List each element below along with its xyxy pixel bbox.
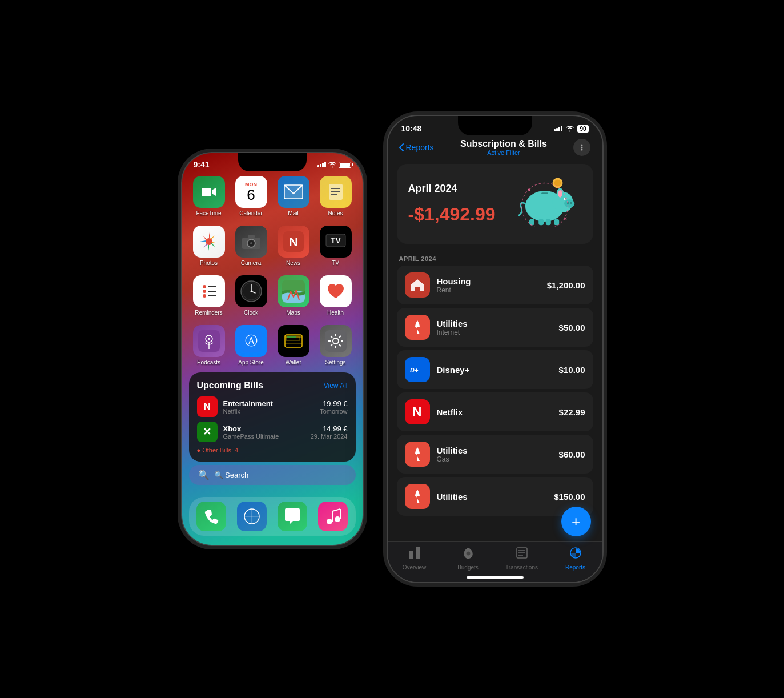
app-maps[interactable]: Maps [276,275,311,316]
tab-transactions[interactable]: Transactions [495,547,549,571]
dock-messages-icon [278,502,307,531]
nav-back-button[interactable]: Reports [399,143,434,152]
txn-icon-utilities3 [405,484,430,509]
tab-transactions-icon [516,547,528,563]
app-reminders[interactable]: Reminders [191,275,227,316]
app-news[interactable]: N News [276,226,311,266]
search-bar[interactable]: 🔍 🔍 Search [189,465,356,485]
txn-housing[interactable]: Housing Rent $1,200.00 [397,266,593,304]
app-icon-photos [193,226,225,258]
app-calendar[interactable]: MON 6 Calendar [234,176,269,216]
signal-icon [317,162,326,167]
txn-utilities-last[interactable]: Utilities $150.00 [397,477,593,516]
app-icon-appstore: Ⓐ [235,325,267,357]
app-appstore[interactable]: Ⓐ App Store [234,325,269,366]
svg-line-63 [332,509,340,511]
app-clock[interactable]: Clock [234,275,269,316]
txn-amount-housing: $1,200.00 [547,280,585,290]
tab-budgets[interactable]: Budgets [441,547,495,571]
app-grid-row4: Podcasts Ⓐ App Store Wallet Settings [182,320,363,370]
svg-text:Ⓐ: Ⓐ [245,334,258,348]
txn-amount-netflix: $22.99 [559,407,585,417]
summary-left: April 2024 -$1,492.99 [408,183,496,225]
svg-point-65 [581,147,583,149]
app-label-reminders: Reminders [195,310,222,316]
app-photos[interactable]: Photos [191,226,227,266]
app-icon-tv: TV [320,226,352,258]
svg-rect-44 [325,330,347,352]
svg-point-14 [250,242,252,244]
widget-item-right-0: 19,99 € Tomorrow [320,399,347,415]
widget-title: Upcoming Bills [197,380,263,391]
txn-icon-netflix: N [405,399,430,424]
widget-view-all[interactable]: View All [324,382,348,390]
app-facetime[interactable]: FaceTime [191,176,227,216]
dock-messages[interactable] [275,502,311,531]
app-camera[interactable]: Camera [234,226,269,266]
tab-reports[interactable]: Reports [549,547,602,571]
svg-point-35 [208,338,210,340]
nav-menu-button[interactable] [573,139,590,156]
svg-point-24 [203,294,206,298]
svg-point-60 [335,516,340,522]
app-settings[interactable]: Settings [318,325,353,366]
tab-overview-icon [408,547,421,563]
app-label-maps: Maps [286,310,300,316]
svg-point-75 [570,202,572,204]
app-label-clock: Clock [244,310,258,316]
app-tv[interactable]: TV TV [318,226,353,266]
app-icon-camera [235,226,267,258]
txn-utilities-gas[interactable]: Utilities Gas $60.00 [397,435,593,474]
status-time-left: 9:41 [194,160,210,169]
dock-music-icon [318,502,348,531]
txn-amount-utilities-last: $150.00 [554,492,585,502]
nav-title: Subscription & Bills Active Filter [460,139,547,156]
home-indicator [467,576,524,579]
app-label-mail: Mail [288,210,298,216]
widget-item-1[interactable]: ✕ Xbox GamePass Ultimate 14,99 € 29. Mar… [197,422,348,442]
app-icon-settings [320,325,352,357]
wifi-icon-right [566,126,574,132]
txn-amount-disney: $10.00 [559,365,585,375]
app-podcasts[interactable]: Podcasts [191,325,227,366]
txn-disney[interactable]: D+ Disney+ $10.00 [397,350,593,389]
search-label: 🔍 Search [214,471,249,479]
app-label-health: Health [327,310,344,316]
tab-overview-label: Overview [403,564,427,571]
app-grid-row2: Photos Camera N News TV TV [182,221,363,271]
svg-text:TV: TV [331,236,341,245]
app-wallet[interactable]: Wallet [276,325,311,366]
app-icon-health [320,275,352,307]
battery-percentage: 90 [577,125,588,133]
svg-point-66 [581,149,583,151]
add-transaction-fab[interactable]: + [561,507,591,536]
app-mail[interactable]: Mail [276,176,311,216]
tab-overview[interactable]: Overview [388,547,441,571]
dock-phone[interactable] [194,502,230,531]
txn-amount-utilities-gas: $60.00 [559,450,585,459]
svg-point-59 [327,519,332,524]
app-icon-podcasts [193,325,225,357]
txn-netflix[interactable]: N Netflix $22.99 [397,392,593,431]
notch [238,153,307,171]
svg-point-20 [203,285,206,288]
app-icon-calendar: MON 6 [235,176,267,208]
app-health[interactable]: Health [318,275,353,316]
dock-music[interactable] [315,502,351,531]
status-time-right: 10:48 [401,124,422,133]
widget-item-0[interactable]: N Entertainment Netflix 19,99 € Tomorrow [197,396,348,417]
txn-icon-disney: D+ [405,357,430,382]
txn-amount-utilities: $50.00 [559,323,585,332]
app-notes[interactable]: Notes [318,176,353,216]
svg-rect-81 [545,219,550,226]
txn-utilities-internet[interactable]: Utilities Internet $50.00 [397,308,593,347]
section-label: APRIL 2024 [388,248,602,266]
svg-rect-87 [409,551,413,559]
dock [189,497,356,536]
nav-back-label: Reports [406,143,434,152]
svg-marker-2 [212,188,216,196]
dock-safari[interactable] [234,502,270,531]
app-icon-wallet [278,325,309,357]
tab-transactions-label: Transactions [505,564,538,571]
app-label-wallet: Wallet [286,359,301,366]
